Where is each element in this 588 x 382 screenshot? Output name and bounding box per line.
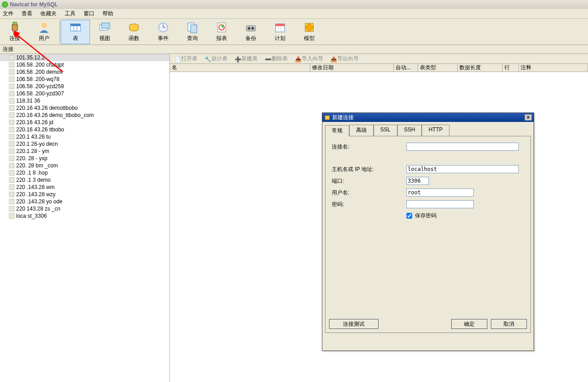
input-port[interactable] [406,177,429,185]
db-icon [9,76,14,82]
input-host[interactable] [406,165,519,173]
connection-item[interactable]: 220.16 43.26 demo_ttbobo_com [0,112,169,119]
toolbar-connect[interactable]: 连接 [0,20,29,44]
connection-item[interactable]: 220 .1 8 .hop [0,169,169,176]
connection-item[interactable]: 220.16 43.26 jd [0,119,169,126]
connection-label: 106.58 .200-yzd259 [16,83,64,90]
close-icon[interactable]: × [525,114,532,121]
delete-table-icon: ➖ [265,56,270,62]
menu-help[interactable]: 帮助 [102,10,113,18]
svg-point-19 [251,27,254,30]
toolbar-view[interactable]: 视图 [90,20,119,44]
connection-item[interactable]: 106.58 .200-yzd307 [0,90,169,97]
col-comment[interactable]: 注释 [519,64,588,72]
connection-label: 220 .1 3 demo [16,177,51,183]
toolbar-function[interactable]: 函数 [119,20,148,44]
dialog-titlebar[interactable]: 新建连接 × [322,113,534,122]
connection-item[interactable]: 118.31 36 [0,97,169,104]
connection-label: 220 143.28 zs _cn [16,206,60,212]
col-type[interactable]: 表类型 [418,64,458,72]
svg-rect-8 [102,23,110,28]
tt-new-table[interactable]: ➕新建表 [235,55,258,63]
toolbar-model[interactable]: 模型 [294,20,324,44]
connection-item[interactable]: 220.1 26-yo decn [0,140,169,148]
connection-item[interactable]: 106.58 .200-yzd259 [0,83,169,90]
db-icon [9,192,14,197]
menu-tools[interactable]: 工具 [65,10,76,18]
db-icon [9,91,14,96]
connection-item[interactable]: 106.58 .200 chatgpt [0,61,169,68]
input-password[interactable] [406,200,474,208]
tt-import[interactable]: 📥导入向导 [295,55,323,63]
toolbar-report[interactable]: 报表 [207,20,236,44]
connection-sidebar[interactable]: 101.35.12.2106.58 .200 chatgpt106.58 .20… [0,54,170,382]
dialog-body: 连接名: 主机名或 IP 地址: 端口: 用户名: 密码: 保存密码 连接测试 [325,136,531,333]
import-icon: 📥 [295,56,300,62]
schedule-icon [274,21,286,34]
label-conn-name: 连接名: [332,143,406,151]
svg-rect-1 [13,22,17,25]
toolbar-query-label: 查询 [187,35,198,42]
toolbar-backup[interactable]: 备份 [236,20,265,44]
connection-label: 220 .143.28 wm [16,184,54,190]
cancel-button[interactable]: 取消 [491,319,527,329]
toolbar-table[interactable]: 表 [61,20,90,44]
connection-item[interactable]: 220.16 43.26 ttbobo [0,126,169,133]
connection-item[interactable]: 220. 28 - yxp [0,155,169,162]
db-icon [9,134,14,139]
toolbar-query[interactable]: 查询 [178,20,207,44]
menu-file[interactable]: 文件 [3,10,13,18]
event-icon [157,21,169,34]
tab-advanced[interactable]: 高级 [349,125,374,136]
toolbar-event[interactable]: 事件 [148,20,178,44]
new-connection-dialog: 新建连接 × 常规 高级 SSL SSH HTTP 连接名: 主机名或 IP 地… [322,112,534,351]
tt-delete-table[interactable]: ➖删除表 [265,55,288,63]
connection-item[interactable]: 220 .143.28 wzy [0,191,169,198]
toolbar-table-label: 表 [73,35,78,42]
col-length[interactable]: 数据长度 [458,64,503,72]
connection-item[interactable]: 220 .143.28 wm [0,184,169,191]
menu-favorites[interactable]: 收藏夹 [40,10,57,18]
connection-item[interactable]: 220 143.28 zs _cn [0,205,169,212]
tt-design-table[interactable]: 🔧设计表 [205,55,227,63]
connection-item[interactable]: 220. 28 bm _com [0,162,169,169]
connection-item[interactable]: loca st_3306 [0,212,169,220]
tt-export[interactable]: 📤导出向导 [330,55,359,63]
label-port: 端口: [332,177,406,185]
tab-general[interactable]: 常规 [325,125,349,136]
col-auto[interactable]: 自动... [394,64,418,72]
connection-label: 220 .143.28 yo ode [16,198,62,205]
checkbox-save-password[interactable] [406,213,412,219]
connection-item[interactable]: 220.16 43.26 demottbobo [0,104,169,112]
input-conn-name[interactable] [406,143,519,151]
toolbar-schedule[interactable]: 计划 [265,20,294,44]
connection-label: 220.1 43.26 tu [16,134,51,140]
connection-item[interactable]: 220 .1 3 demo [0,176,169,184]
menu-window[interactable]: 窗口 [84,10,94,18]
connection-item[interactable]: 106.58 .200-wq78 [0,76,169,83]
tab-ssl[interactable]: SSL [374,125,397,136]
toolbar-connect-label: 连接 [9,35,20,42]
connection-item[interactable]: 220 .143.28 yo ode [0,198,169,205]
connection-label: 220.16 43.26 ttbobo [16,126,64,133]
menu-view[interactable]: 查看 [22,10,32,18]
input-user[interactable] [406,189,474,197]
connection-item[interactable]: 106.58 .200 demo9 [0,68,169,76]
report-icon [215,21,228,34]
db-icon [9,206,14,211]
col-modified[interactable]: 修改日期 [310,64,394,72]
col-rows[interactable]: 行 [503,64,519,72]
tab-ssh[interactable]: SSH [397,125,422,136]
connection-item[interactable]: 101.35.12.2 [0,54,169,61]
svg-rect-21 [276,24,285,26]
ok-button[interactable]: 确定 [451,319,487,329]
tab-http[interactable]: HTTP [422,125,449,136]
connection-item[interactable]: 220.1 43.26 tu [0,133,169,140]
col-name[interactable]: 名 [170,64,310,72]
connection-item[interactable]: 220.1 28 - ym [0,148,169,155]
backup-icon [245,21,257,34]
connection-label: 106.58 .200 demo9 [16,69,62,75]
test-connection-button[interactable]: 连接测试 [329,319,379,329]
toolbar-user[interactable]: 用户 [29,20,58,44]
tt-open-table[interactable]: 📄打开表 [174,55,197,63]
